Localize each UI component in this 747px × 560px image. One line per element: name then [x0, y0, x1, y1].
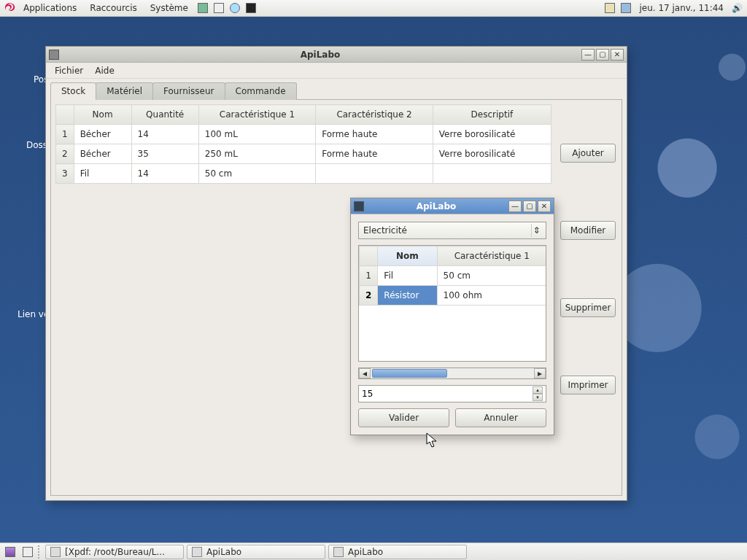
table-row[interactable]: 1 Bécher 14 100 mL Forme haute Verre bor…	[56, 125, 551, 144]
col-c1[interactable]: Caractéristique 1	[437, 246, 546, 266]
col-nom[interactable]: Nom	[74, 105, 131, 125]
tab-commande[interactable]: Commande	[225, 82, 297, 100]
clock[interactable]: jeu. 17 janv., 11:44	[635, 3, 728, 13]
app-icon	[192, 547, 202, 557]
places-menu[interactable]: Raccourcis	[84, 1, 142, 15]
tab-fournisseur[interactable]: Fournisseur	[152, 82, 225, 100]
print-button[interactable]: Imprimer	[560, 376, 616, 394]
minimize-button[interactable]: —	[508, 201, 522, 212]
validate-button[interactable]: Valider	[358, 408, 449, 427]
quantity-input[interactable]	[362, 389, 533, 399]
chevron-updown-icon: ⇕	[531, 224, 541, 237]
window-icon	[354, 201, 364, 211]
launcher-icon[interactable]	[196, 1, 210, 15]
menu-bar: Fichier Aide	[46, 63, 627, 79]
horizontal-scrollbar[interactable]: ◂ ▸	[358, 368, 546, 379]
taskbar-item[interactable]: ApiLabo	[187, 545, 325, 559]
spin-down-icon[interactable]: ▾	[533, 394, 543, 401]
col-c2[interactable]: Caractéristique 2	[316, 105, 433, 125]
minimize-button[interactable]: —	[581, 49, 595, 61]
col-c1[interactable]: Caractéristique 1	[198, 105, 316, 125]
network-icon[interactable]	[619, 1, 633, 15]
spin-up-icon[interactable]: ▴	[533, 386, 543, 394]
app-icon	[50, 547, 61, 557]
taskbar-item[interactable]: ApiLabo	[328, 545, 467, 559]
volume-icon[interactable]: 🔊	[729, 1, 744, 15]
tab-bar: Stock Matériel Fournisseur Commande	[46, 79, 627, 99]
desktop-icon-label: Lien ve	[18, 309, 49, 319]
apilabo-dialog: ApiLabo — ▢ ✕ Electricité ⇕ Nom Caractér…	[350, 198, 554, 435]
edit-button[interactable]: Modifier	[560, 221, 616, 240]
launcher-icon[interactable]	[228, 1, 242, 15]
desktop-icon-label: Doss	[26, 140, 47, 150]
combo-value: Electricité	[363, 225, 407, 236]
applications-menu[interactable]: Applications	[18, 1, 82, 15]
taskbar-item[interactable]: [Xpdf: /root/Bureau/L...	[45, 545, 184, 559]
close-button[interactable]: ✕	[611, 49, 624, 61]
gnome-top-panel: Applications Raccourcis Système jeu. 17 …	[0, 0, 747, 17]
task-label: ApiLabo	[206, 547, 241, 557]
tray-icon[interactable]	[603, 1, 617, 15]
scroll-thumb[interactable]	[372, 369, 447, 378]
table-row[interactable]: 2 Résistor 100 ohm	[360, 286, 547, 306]
debian-logo-icon[interactable]	[3, 1, 16, 15]
launcher-icon[interactable]	[244, 1, 258, 15]
table-row[interactable]: 3 Fil 14 50 cm	[56, 164, 551, 184]
dialog-title: ApiLabo	[367, 201, 506, 211]
show-desktop-icon[interactable]	[3, 545, 18, 559]
task-label: [Xpdf: /root/Bureau/L...	[65, 547, 165, 557]
window-title: ApiLabo	[62, 50, 578, 60]
tab-materiel[interactable]: Matériel	[96, 82, 153, 100]
scroll-left-icon[interactable]: ◂	[359, 368, 371, 378]
row-header-blank	[56, 105, 74, 125]
col-desc[interactable]: Descriptif	[433, 105, 551, 125]
close-button[interactable]: ✕	[538, 201, 551, 212]
add-button[interactable]: Ajouter	[560, 144, 616, 163]
maximize-button[interactable]: ▢	[596, 49, 609, 61]
system-menu[interactable]: Système	[144, 1, 194, 15]
table-row[interactable]: 2 Bécher 35 250 mL Forme haute Verre bor…	[56, 144, 551, 164]
delete-button[interactable]: Supprimer	[560, 298, 616, 317]
dialog-table[interactable]: Nom Caractéristique 1 Carac 1 Fil 50 cm …	[359, 246, 546, 306]
scroll-right-icon[interactable]: ▸	[534, 368, 546, 378]
quantity-spinbox[interactable]: ▴ ▾	[358, 385, 546, 402]
gnome-bottom-panel: [Xpdf: /root/Bureau/L... ApiLabo ApiLabo	[0, 542, 747, 560]
col-nom[interactable]: Nom	[378, 246, 437, 266]
window-list-icon[interactable]	[20, 545, 35, 559]
titlebar[interactable]: ApiLabo — ▢ ✕	[46, 47, 627, 63]
app-icon	[333, 547, 344, 557]
maximize-button[interactable]: ▢	[523, 201, 536, 212]
col-quantite[interactable]: Quantité	[131, 105, 198, 125]
tab-stock[interactable]: Stock	[50, 82, 96, 100]
window-icon	[49, 50, 59, 60]
menu-file[interactable]: Fichier	[49, 64, 89, 77]
table-row[interactable]: 1 Fil 50 cm	[360, 266, 547, 286]
stock-table[interactable]: Nom Quantité Caractéristique 1 Caractéri…	[55, 104, 551, 184]
menu-help[interactable]: Aide	[89, 64, 120, 77]
task-label: ApiLabo	[348, 547, 383, 557]
category-combobox[interactable]: Electricité ⇕	[358, 222, 546, 239]
launcher-icon[interactable]	[212, 1, 226, 15]
dialog-titlebar[interactable]: ApiLabo — ▢ ✕	[351, 198, 554, 214]
cancel-button[interactable]: Annuler	[455, 408, 546, 427]
